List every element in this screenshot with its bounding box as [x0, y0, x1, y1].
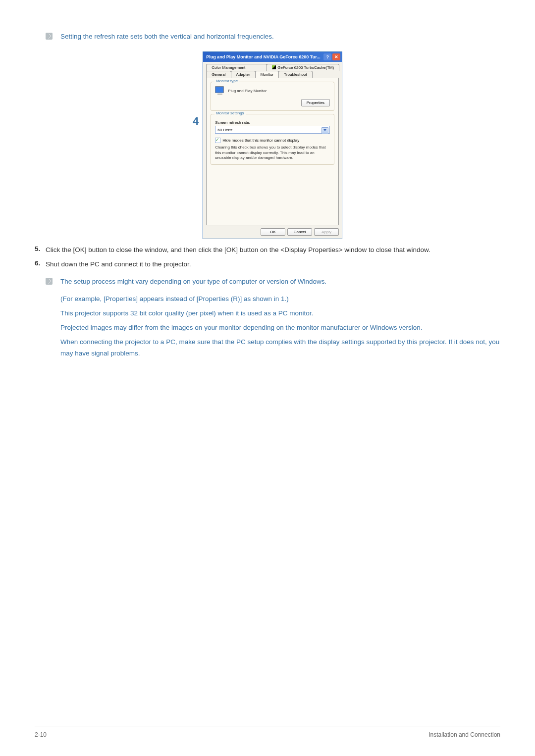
note-icon — [46, 33, 53, 40]
refresh-rate-value: 60 Hertz — [217, 128, 232, 132]
close-icon[interactable]: ✕ — [332, 53, 340, 60]
monitor-name: Plug and Play Monitor — [228, 89, 267, 93]
help-icon[interactable]: ? — [323, 53, 331, 60]
footer-page-number: 2-10 — [35, 731, 47, 738]
step-6-marker: 6. — [35, 259, 46, 270]
tab-troubleshoot[interactable]: Troubleshoot — [278, 71, 312, 78]
chevron-down-icon — [323, 129, 326, 131]
tab-color-management[interactable]: Color Management — [206, 64, 267, 71]
monitor-type-legend: Monitor type — [214, 79, 239, 83]
footer-section-title: Installation and Connection — [428, 731, 500, 738]
step-number-4: 4 — [193, 115, 199, 128]
monitor-settings-fieldset: Monitor settings Screen refresh rate: 60… — [211, 114, 334, 165]
tab-adapter[interactable]: Adapter — [231, 71, 256, 78]
step-5-marker: 5. — [35, 245, 46, 255]
monitor-icon — [215, 86, 225, 95]
titlebar[interactable]: Plug and Play Monitor and NVIDIA GeForce… — [203, 52, 342, 62]
nvidia-icon — [272, 65, 276, 69]
note2-line-2: This projector supports 32 bit color qua… — [60, 308, 500, 319]
apply-button[interactable]: Apply — [314, 228, 339, 236]
cancel-button[interactable]: Cancel — [287, 228, 312, 236]
dialog-title: Plug and Play Monitor and NVIDIA GeForce… — [206, 54, 322, 59]
tab-geforce[interactable]: GeForce 6200 TurboCache(TM) — [267, 64, 339, 71]
note2-first-line: The setup process might vary depending o… — [60, 277, 326, 287]
note2-line-4: When connecting the projector to a PC, m… — [60, 337, 500, 359]
hide-modes-checkbox[interactable] — [215, 138, 220, 143]
monitor-type-fieldset: Monitor type Plug and Play Monitor Prope… — [211, 82, 334, 111]
properties-dialog: Plug and Play Monitor and NVIDIA GeForce… — [203, 51, 342, 239]
tab-general[interactable]: General — [206, 71, 231, 78]
refresh-rate-dropdown[interactable]: 60 Hertz — [215, 126, 330, 134]
page-footer: 2-10 Installation and Connection — [35, 726, 500, 738]
step-5-text: Click the [OK] button to close the windo… — [46, 245, 430, 255]
refresh-rate-label: Screen refresh rate: — [215, 120, 330, 125]
ok-button[interactable]: OK — [261, 228, 285, 236]
step-6-text: Shut down the PC and connect it to the p… — [46, 259, 191, 270]
note2-line-1: (For example, [Properties] appears inste… — [60, 294, 500, 305]
note-text-top: Setting the refresh rate sets both the v… — [60, 32, 274, 42]
hide-modes-label: Hide modes that this monitor cannot disp… — [222, 138, 299, 143]
note2-block: (For example, [Properties] appears inste… — [60, 294, 500, 359]
properties-button[interactable]: Properties — [301, 99, 330, 106]
note2-line-3: Projected images may differ from the ima… — [60, 322, 500, 334]
hide-modes-description: Clearing this check box allows you to se… — [215, 145, 330, 160]
note-icon — [46, 278, 53, 285]
tab-geforce-label: GeForce 6200 TurboCache(TM) — [277, 65, 334, 70]
monitor-settings-legend: Monitor settings — [214, 111, 245, 115]
tab-monitor[interactable]: Monitor — [255, 71, 279, 78]
